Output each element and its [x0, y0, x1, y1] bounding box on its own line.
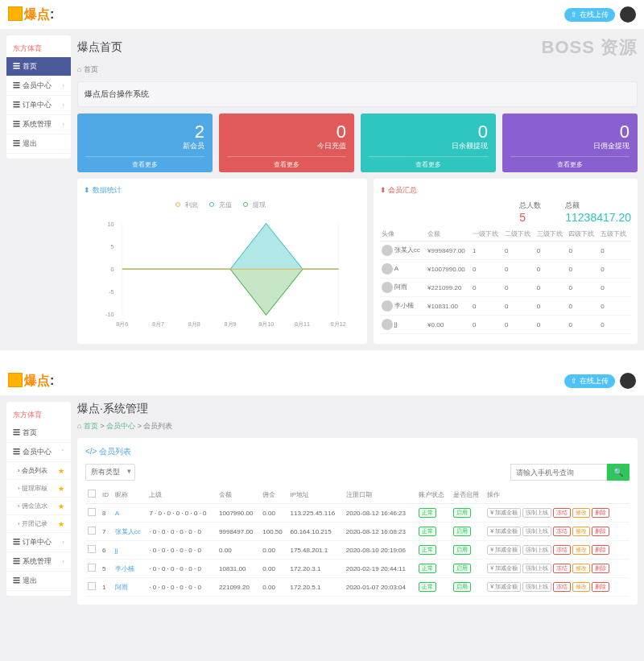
toggle-enable[interactable]: 启用: [453, 527, 471, 536]
summary-people-label: 总人数: [519, 201, 541, 209]
chart-card: ⬍ 数据统计 利息 充值 提现 10 5 0 -5: [77, 179, 367, 344]
svg-text:8月9: 8月9: [225, 320, 237, 328]
action-edit[interactable]: 修改: [572, 564, 590, 573]
sidebar-item[interactable]: ☰ 退出: [6, 572, 71, 591]
action-block[interactable]: 冻结: [553, 508, 571, 518]
logo: 爆点:: [8, 6, 54, 23]
checkbox[interactable]: [88, 527, 96, 535]
member-table: 头像金额一级下线二级下线三级下线四级下线五级下线 张某人cc¥9998497.0…: [380, 227, 631, 334]
toggle-enable[interactable]: 启用: [453, 508, 471, 518]
member-link[interactable]: 阿雨: [115, 584, 128, 591]
sidebar-item[interactable]: ☰ 系统管理›: [6, 115, 71, 134]
chart-svg: 10 5 0 -5 -10 8月68月78月88月98月108月118月12: [84, 211, 361, 336]
action-block[interactable]: 冻结: [553, 527, 571, 536]
stat-card[interactable]: 0今日充值查看更多: [219, 114, 354, 172]
crumb-section[interactable]: 会员中心: [106, 422, 135, 430]
svg-text:10: 10: [107, 221, 114, 228]
sidebar-heading: 东方体育: [6, 40, 71, 57]
svg-text:8月11: 8月11: [295, 320, 310, 328]
svg-text:8月10: 8月10: [258, 320, 274, 328]
action-block[interactable]: 冻结: [553, 564, 571, 573]
watermark: BOSS 资源: [542, 35, 638, 60]
action-money[interactable]: ¥ 加减金额: [487, 564, 521, 573]
action-disable[interactable]: 强制上线: [522, 527, 551, 536]
member-link[interactable]: 李小楠: [115, 565, 134, 572]
member-link[interactable]: jj: [115, 547, 118, 554]
action-del[interactable]: 删除: [592, 527, 609, 536]
breadcrumb: ⌂ 首页: [77, 64, 638, 75]
action-disable[interactable]: 强制上线: [522, 564, 551, 573]
action-del[interactable]: 删除: [592, 545, 609, 555]
action-del[interactable]: 删除: [592, 508, 609, 518]
stat-card[interactable]: 0日余额提现查看更多: [361, 114, 496, 172]
upload-button[interactable]: ⇧ 在线上传: [564, 8, 615, 22]
checkbox-all[interactable]: [88, 490, 96, 498]
table-row: 6jj· 0 · 0 · 0 · 0 · 0 · 00.000.00175.48…: [85, 541, 630, 560]
upload-button[interactable]: ⇧ 在线上传: [564, 374, 615, 388]
table-row: 李小楠¥10831.0000000: [380, 297, 631, 316]
sidebar-subitem[interactable]: › 提现审核★: [6, 480, 71, 498]
action-disable[interactable]: 强制上线: [522, 582, 551, 592]
toggle-enable[interactable]: 启用: [453, 545, 471, 555]
action-edit[interactable]: 修改: [572, 545, 590, 555]
avatar[interactable]: [620, 373, 636, 389]
checkbox[interactable]: [88, 545, 96, 553]
summary-title: ⬍ 会员汇总: [380, 185, 631, 196]
sidebar-subitem[interactable]: › 佣金流水★: [6, 498, 71, 515]
action-edit[interactable]: 修改: [572, 582, 590, 592]
table-row: 阿雨¥221099.2000000: [380, 279, 631, 297]
action-del[interactable]: 删除: [592, 564, 609, 573]
action-money[interactable]: ¥ 加减金额: [487, 545, 521, 555]
toggle-enable[interactable]: 启用: [453, 564, 471, 573]
sidebar-item[interactable]: ☰ 系统管理›: [6, 552, 71, 572]
member-link[interactable]: A: [115, 510, 119, 517]
search-input[interactable]: [510, 464, 607, 481]
action-money[interactable]: ¥ 加减金额: [487, 582, 521, 592]
filter-select[interactable]: 所有类型: [85, 464, 135, 481]
checkbox[interactable]: [88, 508, 96, 516]
sidebar-item[interactable]: ☰ 首页: [6, 423, 71, 443]
svg-text:5: 5: [110, 243, 114, 250]
svg-text:0: 0: [110, 266, 114, 273]
topbar: 爆点: ⇧ 在线上传: [0, 366, 644, 395]
sidebar-item[interactable]: ☰ 订单中心›: [6, 96, 71, 115]
stat-card[interactable]: 0日佣金提现查看更多: [502, 114, 638, 172]
sidebar-heading: 东方体育: [6, 407, 71, 423]
member-link[interactable]: 张某人cc: [115, 528, 141, 535]
sidebar-subitem[interactable]: › 会员列表★: [6, 462, 71, 480]
sidebar-subitem[interactable]: › 开团记录★: [6, 515, 71, 533]
checkbox[interactable]: [88, 564, 96, 572]
sidebar: 东方体育 ☰ 首页☰ 会员中心›☰ 订单中心›☰ 系统管理›☰ 退出: [6, 35, 71, 159]
svg-text:8月6: 8月6: [116, 320, 128, 328]
action-money[interactable]: ¥ 加减金额: [487, 508, 521, 518]
search-button[interactable]: 🔍: [607, 464, 630, 481]
data-table: ID昵称上级金额佣金IP地址注册日期账户状态是否启用操作 8A7 · 0 · 0…: [85, 485, 630, 597]
action-block[interactable]: 冻结: [553, 545, 571, 555]
crumb-current: 会员列表: [143, 422, 172, 430]
summary-people-value: 5: [519, 211, 526, 224]
action-edit[interactable]: 修改: [572, 527, 590, 536]
crumb-home[interactable]: 首页: [84, 422, 98, 430]
summary-money-label: 总额: [565, 201, 580, 209]
sidebar-item[interactable]: ☰ 退出: [6, 134, 71, 154]
avatar[interactable]: [620, 6, 636, 23]
toggle-enable[interactable]: 启用: [453, 582, 471, 592]
table-row: jj¥0.0000000: [380, 316, 631, 334]
sidebar-item[interactable]: ☰ 首页: [6, 57, 71, 76]
chart-legend: 利息 充值 提现: [84, 200, 361, 209]
action-money[interactable]: ¥ 加减金额: [487, 527, 521, 536]
sidebar-item[interactable]: ☰ 订单中心›: [6, 533, 71, 552]
svg-text:-10: -10: [105, 311, 114, 318]
sidebar-item[interactable]: ☰ 会员中心›: [6, 76, 71, 96]
action-disable[interactable]: 强制上线: [522, 545, 551, 555]
svg-text:8月8: 8月8: [188, 320, 200, 328]
table-row: 7张某人cc· 0 · 0 · 0 · 0 · 0 · 09998497.001…: [85, 523, 630, 541]
checkbox[interactable]: [88, 582, 96, 590]
action-edit[interactable]: 修改: [572, 508, 590, 518]
table-row: 张某人cc¥9998497.0010000: [380, 242, 631, 260]
action-disable[interactable]: 强制上线: [522, 508, 551, 518]
action-del[interactable]: 删除: [592, 582, 609, 592]
stat-card[interactable]: 2新会员查看更多: [77, 114, 213, 172]
action-block[interactable]: 冻结: [553, 582, 571, 592]
sidebar-item[interactable]: ☰ 会员中心˅: [6, 443, 71, 462]
